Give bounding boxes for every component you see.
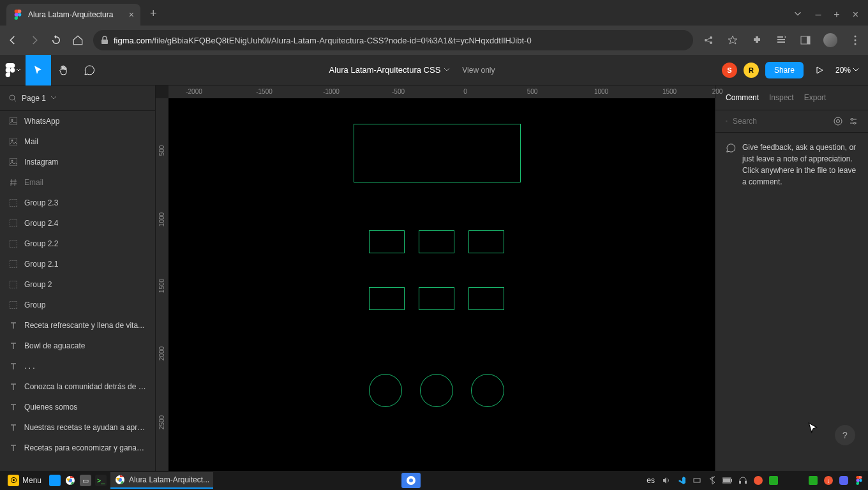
- present-icon[interactable]: [810, 55, 829, 85]
- back-icon[interactable]: [6, 34, 19, 47]
- browser-tab[interactable]: Alura Latam-Arquitectura ×: [6, 4, 140, 26]
- taskbar-active-window[interactable]: Alura Latam-Arquitect...: [110, 472, 213, 489]
- move-tool[interactable]: [26, 55, 51, 85]
- canvas-shape[interactable]: [420, 374, 453, 407]
- comment-tool[interactable]: [77, 55, 102, 85]
- close-icon[interactable]: ×: [129, 10, 134, 20]
- tab-inspect[interactable]: Inspect: [769, 93, 794, 102]
- volume-icon[interactable]: [661, 475, 671, 486]
- layer-item[interactable]: Instagram: [0, 152, 155, 172]
- svg-rect-16: [10, 158, 17, 166]
- canvas-shape[interactable]: [419, 230, 454, 253]
- canvas-area[interactable]: -2000-1500-1000-500050010001500200 50010…: [156, 85, 715, 471]
- sidepanel-icon[interactable]: [799, 34, 812, 47]
- reload-icon[interactable]: [50, 34, 63, 47]
- minimize-icon[interactable]: –: [815, 9, 821, 20]
- network-icon[interactable]: [692, 475, 702, 486]
- comment-search-input[interactable]: [733, 117, 828, 126]
- reading-list-icon[interactable]: [775, 34, 788, 47]
- canvas-shape[interactable]: [354, 124, 521, 182]
- canvas-shape[interactable]: [468, 230, 504, 253]
- canvas-shape[interactable]: [369, 287, 405, 310]
- android-tray-icon[interactable]: [768, 475, 779, 486]
- profile-avatar[interactable]: [823, 33, 837, 47]
- svg-point-24: [726, 121, 727, 122]
- canvas-shape[interactable]: [468, 287, 504, 310]
- settings-icon[interactable]: [849, 117, 858, 126]
- layer-item[interactable]: Group 2: [0, 274, 155, 295]
- svg-point-3: [710, 36, 712, 39]
- keyboard-lang[interactable]: es: [647, 476, 655, 485]
- user-avatar-r[interactable]: R: [744, 63, 759, 78]
- tray-icon[interactable]: [808, 475, 818, 486]
- help-button[interactable]: ?: [835, 425, 855, 445]
- home-icon[interactable]: [71, 34, 84, 47]
- text-icon: [9, 403, 18, 411]
- chrome-icon[interactable]: [64, 475, 76, 486]
- layer-item[interactable]: Group 2.4: [0, 213, 155, 234]
- tab-comment[interactable]: Comment: [726, 93, 759, 102]
- file-name[interactable]: Alura Latam-Arquitectura CSS: [329, 65, 449, 75]
- tab-export[interactable]: Export: [804, 93, 827, 102]
- figma-tray-icon[interactable]: [854, 475, 864, 486]
- layers-panel: Page 1 WhatsAppMailInstagramEmailGroup 2…: [0, 85, 156, 471]
- canvas-shape[interactable]: [369, 374, 402, 407]
- bookmark-icon[interactable]: [726, 34, 739, 47]
- share-page-icon[interactable]: [702, 34, 715, 47]
- figma-app: Alura Latam-Arquitectura CSS View only S…: [0, 55, 868, 471]
- close-window-icon[interactable]: ×: [853, 9, 858, 20]
- layer-item[interactable]: Receta refrescante y llena de vita...: [0, 315, 155, 336]
- battery-icon[interactable]: [722, 475, 733, 486]
- figma-menu-button[interactable]: [0, 55, 26, 85]
- layer-item[interactable]: Conozca la comunidad detrás de l...: [0, 376, 155, 397]
- layer-label: Group 2.3: [24, 198, 58, 207]
- files-icon[interactable]: ▭: [80, 475, 91, 486]
- inspect-panel: Comment Inspect Export Give feedback, as…: [715, 85, 868, 471]
- canvas-shape[interactable]: [369, 230, 405, 253]
- mention-icon[interactable]: [834, 117, 842, 126]
- text-icon: [9, 342, 18, 350]
- canvas-shape[interactable]: [419, 287, 454, 310]
- download-tray-icon[interactable]: ↓: [823, 475, 834, 486]
- layer-item[interactable]: Group: [0, 295, 155, 315]
- start-menu-button[interactable]: ⦿ Menu: [4, 473, 45, 488]
- hand-tool[interactable]: [51, 55, 77, 85]
- group-icon: [9, 281, 18, 288]
- layer-item[interactable]: Group 2.2: [0, 234, 155, 254]
- new-tab-button[interactable]: +: [150, 7, 157, 20]
- forward-icon[interactable]: [28, 34, 41, 47]
- layer-item[interactable]: WhatsApp: [0, 111, 155, 131]
- taskbar-app-icon[interactable]: [49, 475, 61, 486]
- svg-rect-19: [10, 219, 17, 227]
- maximize-icon[interactable]: +: [834, 9, 839, 20]
- browser-nav-bar: figma.com/file/gBbiaKFQBeQ8tENigUuh0I/Al…: [0, 26, 868, 55]
- discord-tray-icon[interactable]: [839, 475, 849, 486]
- layer-item[interactable]: Recetas para economizar y ganar ...: [0, 438, 155, 458]
- user-avatar-s[interactable]: S: [722, 63, 737, 78]
- layer-item[interactable]: . . .: [0, 356, 155, 376]
- chevron-down-icon[interactable]: [793, 9, 802, 20]
- page-selector[interactable]: Page 1: [0, 85, 155, 111]
- layer-item[interactable]: Mail: [0, 131, 155, 152]
- layer-item[interactable]: Quienes somos: [0, 397, 155, 417]
- url-bar[interactable]: figma.com/file/gBbiaKFQBeQ8tENigUuh0I/Al…: [93, 30, 693, 50]
- svg-point-9: [855, 43, 857, 45]
- layer-item[interactable]: Email: [0, 172, 155, 193]
- layer-item[interactable]: Group 2.1: [0, 254, 155, 274]
- bluetooth-icon[interactable]: [707, 475, 717, 486]
- canvas[interactable]: [168, 98, 715, 471]
- mic-tray-icon[interactable]: [753, 475, 763, 486]
- kebab-menu-icon[interactable]: [849, 34, 862, 47]
- extensions-icon[interactable]: [751, 34, 763, 47]
- layer-item[interactable]: Nuestras recetas te ayudan a apro...: [0, 417, 155, 438]
- layer-item[interactable]: Group 2.3: [0, 193, 155, 213]
- share-button[interactable]: Share: [765, 62, 804, 78]
- taskbar-chrome-highlight[interactable]: [401, 473, 421, 488]
- vscode-tray-icon[interactable]: [677, 475, 687, 486]
- zoom-control[interactable]: 20%: [835, 66, 858, 75]
- layer-item[interactable]: Bowl de aguacate: [0, 336, 155, 356]
- terminal-icon[interactable]: >_: [95, 475, 107, 486]
- image-icon: [9, 138, 18, 145]
- canvas-shape[interactable]: [471, 374, 504, 407]
- headphones-icon[interactable]: [738, 475, 748, 486]
